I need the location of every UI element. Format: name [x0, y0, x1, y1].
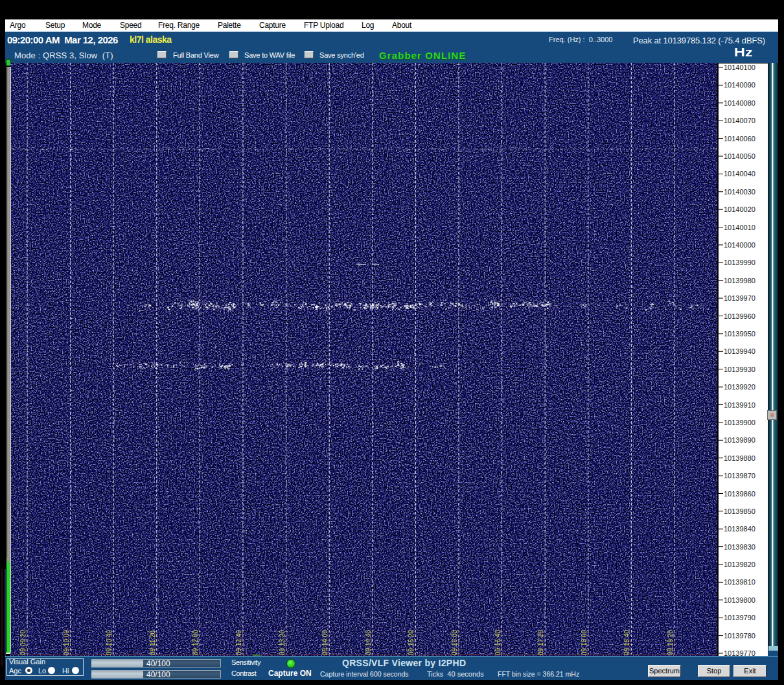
svg-text:10139860: 10139860: [724, 490, 755, 498]
svg-text:10139880: 10139880: [724, 454, 755, 462]
svg-text:10139890: 10139890: [724, 436, 755, 444]
svg-text:10140080: 10140080: [724, 99, 755, 107]
svg-text:09:14:00: 09:14:00: [321, 630, 329, 655]
svg-text:10139850: 10139850: [724, 507, 755, 515]
svg-text:10139940: 10139940: [724, 347, 755, 355]
svg-text:09:12:40: 09:12:40: [235, 630, 242, 655]
svg-text:10140070: 10140070: [724, 117, 755, 124]
svg-text:10139930: 10139930: [724, 366, 755, 373]
svg-text:10140050: 10140050: [724, 152, 755, 160]
svg-text:10139830: 10139830: [724, 543, 755, 551]
svg-text:10139950: 10139950: [724, 330, 755, 338]
svg-text:09:17:20: 09:17:20: [537, 630, 544, 655]
svg-text:10140040: 10140040: [724, 170, 755, 178]
svg-text:09:10:40: 09:10:40: [106, 630, 113, 655]
svg-text:09:16:00: 09:16:00: [451, 630, 458, 655]
svg-text:10139780: 10139780: [724, 632, 755, 640]
svg-text:10140030: 10140030: [724, 188, 755, 196]
svg-text:10139810: 10139810: [724, 578, 755, 586]
svg-text:09:18:00: 09:18:00: [581, 630, 588, 655]
svg-text:09:10:00: 09:10:00: [63, 630, 70, 655]
svg-text:10139800: 10139800: [724, 596, 755, 604]
svg-text:10139960: 10139960: [724, 312, 755, 320]
svg-text:10139920: 10139920: [724, 383, 755, 391]
svg-text:09:11:20: 09:11:20: [149, 630, 156, 655]
svg-text:10140060: 10140060: [724, 135, 755, 143]
svg-text:10140090: 10140090: [724, 81, 755, 89]
svg-text:10139980: 10139980: [724, 277, 755, 284]
svg-text:09:09:20: 09:09:20: [19, 630, 27, 655]
svg-text:09:19:20: 09:19:20: [667, 630, 674, 655]
svg-text:10139840: 10139840: [724, 525, 755, 533]
svg-text:10139870: 10139870: [724, 472, 755, 480]
svg-text:10139910: 10139910: [724, 401, 755, 409]
svg-text:10139970: 10139970: [724, 294, 755, 302]
svg-text:09:13:20: 09:13:20: [279, 630, 286, 655]
svg-text:09:16:40: 09:16:40: [494, 630, 502, 655]
svg-text:10139900: 10139900: [724, 419, 755, 426]
svg-text:10139820: 10139820: [724, 561, 755, 568]
svg-text:09:18:40: 09:18:40: [623, 630, 630, 655]
svg-text:10140000: 10140000: [724, 241, 755, 249]
svg-text:10140010: 10140010: [724, 224, 755, 231]
svg-text:09:12:00: 09:12:00: [192, 630, 199, 655]
svg-text:10140020: 10140020: [724, 205, 755, 213]
svg-text:09:14:40: 09:14:40: [365, 630, 372, 655]
svg-text:10139990: 10139990: [724, 259, 755, 266]
svg-text:10139790: 10139790: [724, 614, 755, 621]
svg-text:09:15:20: 09:15:20: [408, 630, 415, 655]
svg-text:10140100: 10140100: [724, 64, 755, 71]
